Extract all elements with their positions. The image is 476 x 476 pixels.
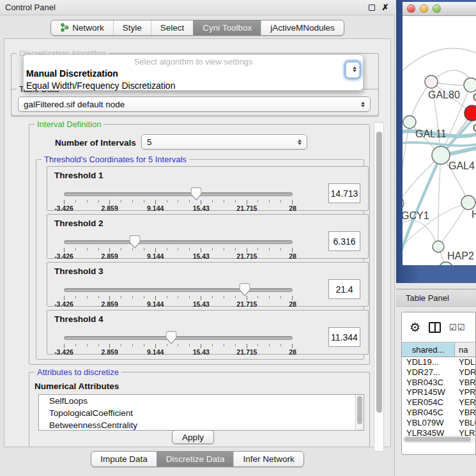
column-header-shared-name[interactable]: shared...: [402, 342, 455, 357]
node-gal11[interactable]: [403, 116, 416, 128]
combo-up-arrow-icon: [298, 139, 302, 142]
node-gal4[interactable]: [432, 146, 450, 164]
number-of-intervals-combobox[interactable]: 5: [141, 134, 307, 150]
threshold-2-value-field[interactable]: 6.316: [328, 231, 360, 251]
node-gal80[interactable]: [425, 75, 438, 88]
cell-name[interactable]: YPR1: [455, 387, 475, 397]
tick-mark: [98, 248, 99, 250]
slider-track[interactable]: [64, 288, 293, 292]
cell-shared-name[interactable]: YDL19...: [402, 357, 455, 367]
table-row[interactable]: YBR045CYBR0: [402, 408, 475, 418]
zoom-traffic-light[interactable]: [433, 4, 441, 13]
table-row[interactable]: YDR27...YDR2: [402, 367, 475, 378]
scale-label: 15.43: [193, 348, 210, 356]
cell-name[interactable]: YER0: [455, 397, 475, 408]
threshold-2-slider[interactable]: -3.4262.8599.14415.4321.71528: [64, 238, 293, 258]
tab-select[interactable]: Select: [151, 20, 194, 35]
panel-vertical-scrollbar[interactable]: [374, 122, 384, 452]
split-view-icon[interactable]: [429, 322, 441, 333]
tab-discretize-data[interactable]: Discretize Data: [157, 452, 234, 466]
node-bottom[interactable]: [439, 262, 453, 265]
close-window-button[interactable]: ✗: [381, 3, 390, 12]
scale-label: 15.43: [193, 252, 210, 260]
table-row[interactable]: YBL079WYBL0: [402, 418, 475, 428]
network-canvas[interactable]: GAL80 G C GAL11 GAL4 GCY1 H HAP2: [403, 16, 476, 265]
threshold-3-value-field[interactable]: 21.4: [328, 279, 360, 299]
tab-cyni-toolbox[interactable]: Cyni Toolbox: [193, 20, 261, 35]
cell-name[interactable]: YBR0: [455, 408, 475, 418]
table-row[interactable]: YER054CYER0: [402, 397, 475, 408]
scrollbar-thumb[interactable]: [376, 132, 382, 413]
table-row[interactable]: YBR043CYBR0: [402, 378, 475, 388]
table-row[interactable]: YDL19...YDL1: [402, 357, 475, 367]
attribute-list-item[interactable]: TopologicalCoefficient: [39, 407, 364, 419]
tick-mark: [121, 296, 121, 298]
popup-option-manual-discretization[interactable]: Manual Discretization: [24, 68, 363, 80]
cell-shared-name[interactable]: YER054C: [402, 397, 455, 408]
cell-name[interactable]: YDL1: [455, 357, 475, 367]
tick-mark: [257, 296, 258, 298]
cell-name[interactable]: YDR2: [455, 367, 475, 378]
node-g[interactable]: [464, 78, 476, 92]
tick-mark: [292, 344, 293, 348]
threshold-1-slider[interactable]: -3.4262.8599.14415.4321.71528: [64, 190, 293, 210]
slider-thumb[interactable]: [239, 283, 250, 296]
slider-track[interactable]: [64, 192, 293, 196]
slider-thumb[interactable]: [166, 331, 177, 344]
tick-mark: [144, 344, 144, 346]
attribute-list-item[interactable]: SelfLoops: [39, 395, 364, 407]
float-window-button[interactable]: [367, 3, 376, 12]
node-hap2[interactable]: [433, 241, 444, 252]
scale-label: -3.426: [54, 348, 73, 356]
threshold-4-value-field[interactable]: 11.344: [328, 327, 360, 347]
tab-infer-network[interactable]: Infer Network: [233, 452, 303, 466]
slider-track[interactable]: [64, 240, 293, 244]
tick-mark: [64, 296, 65, 300]
cell-shared-name[interactable]: YBR043C: [402, 378, 455, 388]
threshold-4-slider[interactable]: -3.4262.8599.14415.4321.71528: [64, 334, 293, 354]
tick-mark: [201, 296, 201, 300]
popup-option-equal-width-frequency[interactable]: Equal Width/Frequency Discretization: [24, 80, 363, 92]
numerical-attributes-list[interactable]: SelfLoopsTopologicalCoefficientBetweenne…: [38, 394, 364, 431]
cell-shared-name[interactable]: YDR27...: [402, 367, 455, 378]
node-red-selected[interactable]: [464, 105, 476, 121]
tick-mark: [98, 200, 99, 203]
algorithm-combo-focus-edge[interactable]: [346, 62, 360, 78]
tab-style[interactable]: Style: [113, 20, 151, 35]
table-horizontal-scrollbar[interactable]: [403, 436, 475, 443]
slider-thumb[interactable]: [190, 187, 201, 201]
column-header-name[interactable]: na: [455, 342, 475, 357]
combo-up-arrow-icon: [361, 102, 365, 104]
cell-name[interactable]: YBR0: [455, 378, 475, 388]
scrollbar-thumb[interactable]: [404, 437, 471, 441]
cell-name[interactable]: YBL0: [455, 418, 475, 428]
cell-shared-name[interactable]: YPR145W: [402, 387, 455, 397]
checkbox-icons[interactable]: ☑☑: [449, 323, 465, 332]
combo-down-arrow-icon: [361, 105, 365, 107]
table-row[interactable]: YPR145WYPR1: [402, 387, 475, 397]
slider-thumb[interactable]: [129, 235, 140, 249]
tick-mark: [167, 248, 167, 250]
apply-button[interactable]: Apply: [172, 430, 214, 444]
list-vertical-scrollbar[interactable]: [355, 395, 364, 430]
threshold-3-slider[interactable]: -3.4262.8599.14415.4321.71528: [64, 286, 293, 306]
node-gcy1[interactable]: [403, 197, 404, 210]
tab-network[interactable]: Network: [51, 20, 113, 35]
scrollbar-thumb[interactable]: [357, 396, 362, 424]
cell-shared-name[interactable]: YBR045C: [402, 408, 455, 418]
minimize-traffic-light[interactable]: [420, 4, 428, 13]
node-h[interactable]: [461, 196, 475, 210]
cell-shared-name[interactable]: YBL079W: [402, 418, 455, 428]
threshold-2-block: Threshold 2 -3.4262.8599.14415.4321.7152…: [47, 214, 369, 259]
threshold-1-value-field[interactable]: 14.713: [328, 183, 360, 203]
node-label-gcy1: GCY1: [403, 210, 429, 221]
table-data-combobox[interactable]: galFiltered.sif default node: [18, 96, 371, 112]
gear-icon[interactable]: ⚙: [410, 321, 420, 334]
tab-jactivemnodules[interactable]: jActiveMNodules: [261, 20, 344, 35]
close-traffic-light[interactable]: [407, 4, 415, 13]
attribute-list-item[interactable]: BetweennessCentrality: [39, 419, 364, 431]
slider-track[interactable]: [64, 336, 293, 340]
tab-impute-data[interactable]: Impute Data: [91, 452, 157, 466]
threshold-1-block: Threshold 1 -3.4262.8599.14415.4321.7152…: [47, 166, 369, 211]
node-label-gal11: GAL11: [415, 128, 447, 139]
